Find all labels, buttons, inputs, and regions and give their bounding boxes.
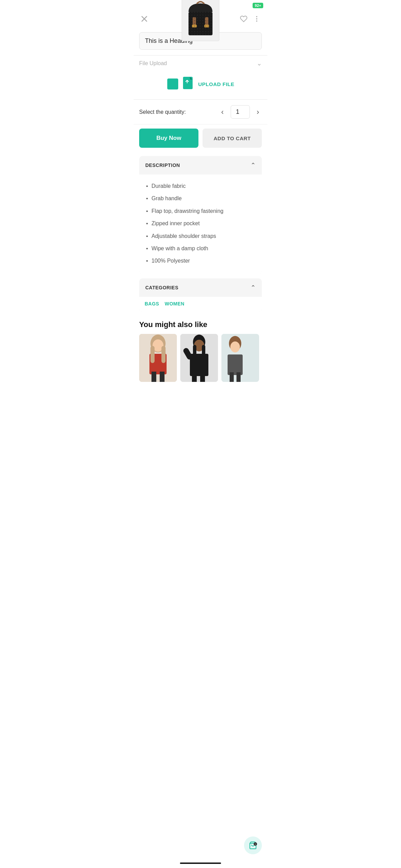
svg-rect-20 xyxy=(160,372,165,382)
categories-chevron-icon: ⌃ xyxy=(251,284,256,291)
also-like-title: You might also like xyxy=(139,320,262,329)
svg-point-34 xyxy=(230,341,240,352)
svg-rect-26 xyxy=(190,354,208,376)
upload-file-label[interactable]: UPLOAD FILE xyxy=(198,81,234,87)
file-upload-chevron-icon[interactable]: ⌄ xyxy=(257,60,262,67)
quantity-section: Select the quantity: ‹ › xyxy=(134,100,267,124)
svg-rect-29 xyxy=(200,373,205,382)
also-like-item[interactable] xyxy=(139,334,177,382)
file-upload-header: File Upload ⌄ xyxy=(139,60,262,70)
header xyxy=(134,11,267,27)
description-list: Durable fabric Grab handle Flap top, dra… xyxy=(146,180,256,267)
upload-icon xyxy=(167,78,179,90)
svg-rect-30 xyxy=(193,345,196,364)
file-upload-label: File Upload xyxy=(139,60,167,67)
svg-rect-21 xyxy=(150,346,155,363)
description-section: DESCRIPTION ⌃ Durable fabric Grab handle… xyxy=(139,156,262,274)
svg-rect-31 xyxy=(202,345,205,364)
quantity-label: Select the quantity: xyxy=(139,109,214,115)
quantity-input[interactable] xyxy=(231,105,250,119)
upload-doc-icon xyxy=(182,77,195,91)
quantity-decrement-button[interactable]: ‹ xyxy=(218,107,226,117)
svg-point-11 xyxy=(256,21,257,22)
action-buttons: Buy Now ADD TO CART xyxy=(134,124,267,152)
list-item: Flap top, drawstring fastening xyxy=(146,205,256,217)
list-item: Durable fabric xyxy=(146,180,256,192)
close-button[interactable] xyxy=(139,14,149,24)
category-bags[interactable]: BAGS xyxy=(145,301,159,306)
product-person-1 xyxy=(139,334,177,382)
also-like-item[interactable] xyxy=(221,334,259,382)
svg-rect-36 xyxy=(230,372,234,382)
upload-file-button[interactable]: UPLOAD FILE xyxy=(167,77,234,91)
svg-rect-19 xyxy=(151,372,156,382)
svg-point-10 xyxy=(256,19,257,20)
like-button[interactable] xyxy=(239,14,249,24)
list-item: Grab handle xyxy=(146,192,256,205)
description-section-header[interactable]: DESCRIPTION ⌃ xyxy=(139,156,262,174)
quantity-increment-button[interactable]: › xyxy=(254,107,262,117)
list-item: Adjustable shoulder straps xyxy=(146,230,256,242)
list-item: Zipped inner pocket xyxy=(146,217,256,230)
svg-rect-37 xyxy=(236,372,241,382)
categories-section: CATEGORIES ⌃ BAGS WOMEN xyxy=(139,278,262,312)
svg-point-9 xyxy=(256,16,257,17)
header-actions xyxy=(239,14,262,24)
bag-illustration xyxy=(185,0,216,38)
close-icon xyxy=(141,15,148,23)
also-like-section: You might also like xyxy=(134,316,267,382)
also-like-grid xyxy=(139,334,262,382)
file-upload-section: File Upload ⌄ UPLOAD FILE xyxy=(134,56,267,100)
svg-rect-22 xyxy=(161,346,166,363)
svg-rect-28 xyxy=(192,373,197,382)
product-person-2 xyxy=(180,334,218,382)
buy-now-button[interactable]: Buy Now xyxy=(139,129,198,148)
add-to-cart-button[interactable]: ADD TO CART xyxy=(203,129,262,148)
product-person-3 xyxy=(221,334,249,382)
ellipsis-vertical-icon xyxy=(253,15,260,23)
svg-rect-35 xyxy=(228,354,243,375)
description-chevron-icon: ⌃ xyxy=(251,161,256,169)
heart-icon xyxy=(240,15,247,23)
category-women[interactable]: WOMEN xyxy=(165,301,184,306)
battery-indicator: 92+ xyxy=(253,3,263,8)
upload-area: UPLOAD FILE xyxy=(139,70,262,99)
list-item: 100% Polyester xyxy=(146,255,256,267)
list-item: Wipe with a damp cloth xyxy=(146,242,256,255)
svg-rect-8 xyxy=(189,12,212,35)
description-body: Durable fabric Grab handle Flap top, dra… xyxy=(139,174,262,274)
more-button[interactable] xyxy=(252,14,262,24)
also-like-item[interactable] xyxy=(180,334,218,382)
product-image-container xyxy=(182,0,219,41)
categories-body: BAGS WOMEN xyxy=(139,297,262,312)
description-title: DESCRIPTION xyxy=(145,162,180,168)
categories-title: CATEGORIES xyxy=(145,285,179,290)
categories-section-header[interactable]: CATEGORIES ⌃ xyxy=(139,278,262,297)
product-thumbnail xyxy=(182,0,219,41)
